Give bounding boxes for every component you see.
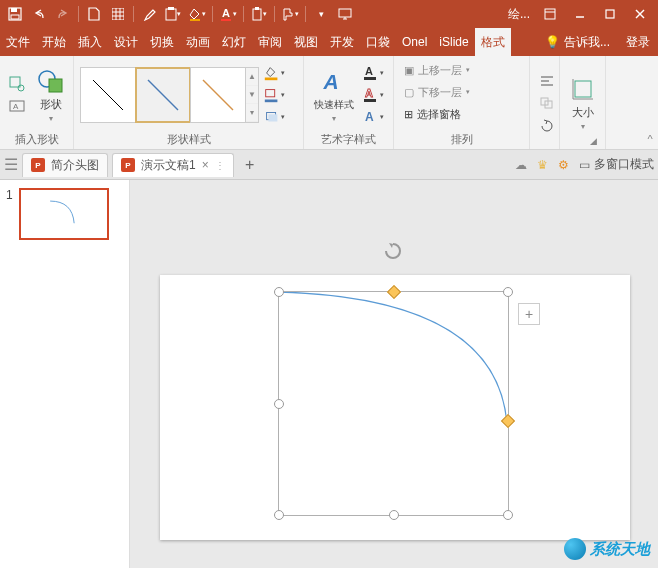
doc-tab-2[interactable]: P 演示文稿1 × ⋮ bbox=[112, 153, 234, 177]
fill-color-icon[interactable]: ▾ bbox=[186, 3, 208, 25]
ribbon-tabs: 文件 开始 插入 设计 切换 动画 幻灯 审阅 视图 开发 口袋 Onel iS… bbox=[0, 28, 658, 56]
title-bar: ▾ ▾ A▾ ▾ ▾ ▾ 绘... bbox=[0, 0, 658, 28]
slide-canvas[interactable]: + bbox=[130, 180, 658, 568]
maximize-icon[interactable] bbox=[596, 3, 624, 25]
resize-handle-sw[interactable] bbox=[274, 510, 284, 520]
minimize-icon[interactable] bbox=[566, 3, 594, 25]
slide-thumbnail-pane[interactable]: 1 bbox=[0, 180, 130, 568]
chevron-down-icon[interactable]: ▾ bbox=[310, 3, 332, 25]
new-tab-button[interactable]: + bbox=[238, 153, 262, 177]
ribbon-options-icon[interactable] bbox=[536, 3, 564, 25]
add-placeholder-button[interactable]: + bbox=[518, 303, 540, 325]
ribbon: A 形状 ▾ 插入形状 ▲▼▾ ▾ ▾ ▾ 形状样式 bbox=[0, 56, 658, 150]
tab-format[interactable]: 格式 bbox=[475, 28, 511, 56]
group-arrange-icons bbox=[530, 56, 560, 149]
group-objects-icon[interactable] bbox=[536, 93, 558, 113]
close-tab-icon[interactable]: × bbox=[202, 158, 209, 172]
svg-rect-22 bbox=[10, 77, 20, 87]
svg-rect-27 bbox=[49, 79, 62, 92]
selection-pane-button[interactable]: ⊞选择窗格 bbox=[400, 104, 523, 124]
tab-list-icon[interactable]: ☰ bbox=[4, 155, 18, 174]
text-fill-icon[interactable]: A▾ bbox=[362, 63, 384, 83]
style-preset-3[interactable] bbox=[190, 67, 246, 123]
tab-review[interactable]: 审阅 bbox=[252, 28, 288, 56]
tab-developer[interactable]: 开发 bbox=[324, 28, 360, 56]
gear-icon[interactable]: ⚙ bbox=[558, 158, 569, 172]
tab-transition[interactable]: 切换 bbox=[144, 28, 180, 56]
slide-number: 1 bbox=[6, 188, 13, 240]
svg-rect-2 bbox=[11, 15, 19, 19]
text-box-icon[interactable]: A bbox=[6, 96, 28, 116]
tab-pocket[interactable]: 口袋 bbox=[360, 28, 396, 56]
tab-slideshow[interactable]: 幻灯 bbox=[216, 28, 252, 56]
save-icon[interactable] bbox=[4, 3, 26, 25]
undo-icon[interactable] bbox=[28, 3, 50, 25]
tab-home[interactable]: 开始 bbox=[36, 28, 72, 56]
align-icon[interactable] bbox=[536, 71, 558, 91]
text-effects-icon[interactable]: A▾ bbox=[362, 107, 384, 127]
svg-text:A: A bbox=[13, 102, 19, 111]
shapes-button[interactable]: 形状 ▾ bbox=[34, 62, 67, 128]
redo-icon[interactable] bbox=[52, 3, 74, 25]
resize-handle-nw[interactable] bbox=[274, 287, 284, 297]
dialog-launcher-icon[interactable]: ◢ bbox=[587, 135, 599, 147]
tab-insert[interactable]: 插入 bbox=[72, 28, 108, 56]
multi-window-icon: ▭ bbox=[579, 158, 590, 172]
shape-effects-icon[interactable]: ▾ bbox=[263, 107, 285, 127]
grid-icon[interactable] bbox=[107, 3, 129, 25]
bring-forward-button[interactable]: ▣上移一层▾ bbox=[400, 60, 523, 80]
tell-me[interactable]: 💡 告诉我... bbox=[537, 28, 618, 56]
resize-handle-ne[interactable] bbox=[503, 287, 513, 297]
slide-thumbnail[interactable]: 1 bbox=[6, 188, 123, 240]
clipboard-icon[interactable]: ▾ bbox=[248, 3, 270, 25]
resize-handle-w[interactable] bbox=[274, 399, 284, 409]
edit-shape-icon[interactable] bbox=[6, 74, 28, 94]
style-preset-1[interactable] bbox=[80, 67, 136, 123]
svg-text:A: A bbox=[365, 65, 373, 77]
collapse-ribbon-icon[interactable]: ^ bbox=[647, 133, 652, 145]
font-color-icon[interactable]: A▾ bbox=[217, 3, 239, 25]
svg-point-23 bbox=[18, 85, 24, 91]
slide[interactable]: + bbox=[160, 275, 630, 540]
size-button[interactable]: 大小 ▾ bbox=[566, 70, 599, 136]
svg-rect-15 bbox=[339, 9, 351, 17]
send-backward-button[interactable]: ▢下移一层▾ bbox=[400, 82, 523, 102]
tab-onekey[interactable]: Onel bbox=[396, 28, 433, 56]
shape-outline-icon[interactable]: ▾ bbox=[263, 85, 285, 105]
slideshow-icon[interactable] bbox=[334, 3, 356, 25]
selection-box[interactable] bbox=[278, 291, 509, 516]
quick-styles-button[interactable]: A 快速样式 ▾ bbox=[310, 62, 358, 128]
tab-animation[interactable]: 动画 bbox=[180, 28, 216, 56]
rotate-handle-icon[interactable] bbox=[383, 241, 403, 261]
tab-file[interactable]: 文件 bbox=[0, 28, 36, 56]
doc-tab-1[interactable]: P 简介头图 bbox=[22, 153, 108, 177]
multi-window-button[interactable]: ▭ 多窗口模式 bbox=[579, 156, 654, 173]
svg-rect-31 bbox=[265, 78, 278, 81]
paste-icon[interactable]: ▾ bbox=[162, 3, 184, 25]
style-preset-2[interactable] bbox=[135, 67, 191, 123]
svg-rect-8 bbox=[166, 9, 176, 20]
resize-handle-se[interactable] bbox=[503, 510, 513, 520]
cloud-icon[interactable]: ☁ bbox=[515, 158, 527, 172]
login-button[interactable]: 登录 bbox=[618, 28, 658, 56]
close-icon[interactable] bbox=[626, 3, 654, 25]
resize-handle-s[interactable] bbox=[389, 510, 399, 520]
crown-icon[interactable]: ♛ bbox=[537, 158, 548, 172]
thumbnail-preview[interactable] bbox=[19, 188, 109, 240]
shape-style-gallery[interactable]: ▲▼▾ bbox=[80, 67, 259, 123]
svg-rect-1 bbox=[11, 8, 17, 12]
rotate-icon[interactable] bbox=[536, 115, 558, 135]
tab-design[interactable]: 设计 bbox=[108, 28, 144, 56]
format-painter-icon[interactable]: ▾ bbox=[279, 3, 301, 25]
new-file-icon[interactable] bbox=[83, 3, 105, 25]
shape-fill-icon[interactable]: ▾ bbox=[263, 63, 285, 83]
text-outline-icon[interactable]: A▾ bbox=[362, 85, 384, 105]
send-backward-icon: ▢ bbox=[404, 86, 414, 99]
watermark: 系统天地 bbox=[564, 538, 650, 560]
tab-islide[interactable]: iSlide bbox=[433, 28, 474, 56]
tab-view[interactable]: 视图 bbox=[288, 28, 324, 56]
svg-rect-40 bbox=[364, 99, 376, 102]
group-label: 排列 bbox=[400, 130, 523, 147]
gallery-scroll[interactable]: ▲▼▾ bbox=[245, 67, 259, 123]
eyedropper-icon[interactable] bbox=[138, 3, 160, 25]
